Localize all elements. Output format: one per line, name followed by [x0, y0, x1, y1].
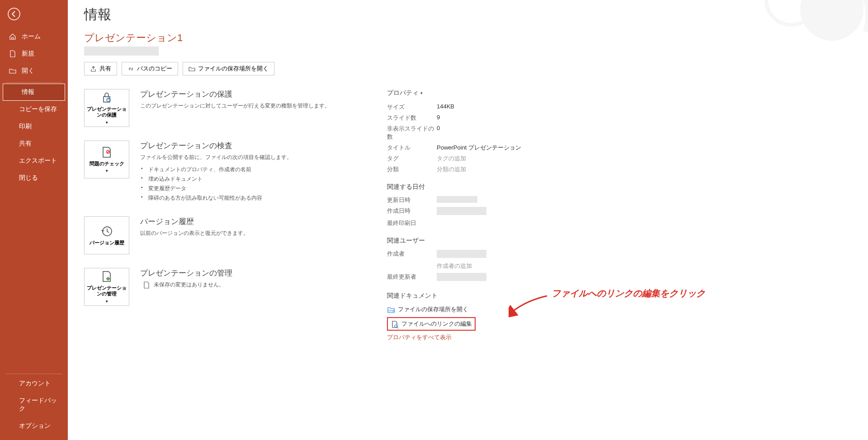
chevron-down-icon: ▾	[106, 120, 108, 125]
nav-export[interactable]: エクスポート	[0, 152, 68, 169]
check-for-issues-button[interactable]: 問題のチェック ▾	[84, 140, 129, 178]
link-label: ファイルへのリンクの編集	[401, 320, 472, 328]
prop-row-created: 作成日時	[387, 206, 541, 218]
back-button[interactable]	[5, 5, 23, 23]
file-path-redacted	[84, 47, 159, 56]
nav-open[interactable]: 開く	[0, 62, 68, 80]
inspect-items: ドキュメントのプロパティ、作成者の名前 埋め込みドキュメント 変更履歴データ 障…	[140, 165, 292, 203]
nav-print[interactable]: 印刷	[0, 118, 68, 135]
related-docs-header: 関連ドキュメント	[387, 292, 541, 300]
copy-path-button[interactable]: パスのコピー	[122, 62, 178, 75]
link-icon	[127, 66, 134, 72]
redacted-value	[437, 196, 477, 203]
properties-dropdown[interactable]: プロパティ ▾	[387, 89, 541, 97]
manage-section: プレゼンテーションの管理 ▾ プレゼンテーションの管理 未保存の変更はありません…	[84, 268, 346, 306]
divider	[5, 82, 62, 83]
redacted-value	[437, 250, 486, 258]
svg-text:HTML: HTML	[389, 309, 395, 312]
prop-label: 非表示スライドの数	[387, 125, 437, 141]
protect-section: プレゼンテーションの保護 ▾ プレゼンテーションの保護 このプレゼンテーションに…	[84, 89, 346, 127]
nav-save-copy[interactable]: コピーを保存	[0, 101, 68, 118]
nav-label: 印刷	[19, 122, 32, 131]
folder-open-icon	[9, 67, 16, 75]
nav-info[interactable]: 情報	[3, 84, 65, 101]
list-item: 埋め込みドキュメント	[140, 174, 292, 184]
nav-label: オプション	[19, 422, 51, 430]
list-item: 変更履歴データ	[140, 184, 292, 193]
open-file-location-link[interactable]: HTML ファイルの保存場所を開く	[387, 304, 541, 315]
link-label: ファイルの保存場所を開く	[398, 305, 468, 314]
folder-icon	[189, 66, 195, 72]
properties-pane: プロパティ ▾ サイズ144KB スライド数9 非表示スライドの数0 タイトルP…	[387, 89, 541, 342]
prop-row-tags[interactable]: タグタグの追加	[387, 153, 541, 164]
nav-label: 共有	[19, 140, 32, 148]
inspect-section: 問題のチェック ▾ プレゼンテーションの検査 ファイルを公開する前に、ファイルの…	[84, 140, 346, 203]
button-label: ファイルの保存場所を開く	[198, 65, 269, 73]
nav-label: 開く	[22, 67, 34, 75]
redacted-value	[437, 273, 486, 281]
button-label: 共有	[99, 65, 111, 73]
nav-label: アカウント	[19, 379, 51, 388]
nav-home[interactable]: ホーム	[0, 28, 68, 45]
button-label: 問題のチェック	[90, 161, 124, 167]
lock-icon	[100, 91, 113, 104]
related-users-header: 関連ユーザー	[387, 237, 541, 245]
section-title: プレゼンテーションの保護	[140, 89, 330, 99]
open-location-button[interactable]: ファイルの保存場所を開く	[183, 62, 274, 75]
section-desc: ファイルを公開する前に、ファイルの次の項目を確認します。	[140, 154, 292, 161]
prop-label: スライド数	[387, 114, 437, 122]
prop-row-category[interactable]: 分類分類の追加	[387, 164, 541, 175]
nav-label: フィードバック	[19, 397, 60, 413]
nav-options[interactable]: オプション	[0, 417, 68, 435]
main-content: 情報 プレゼンテーション1 共有 パスのコピー ファイルの保存場所を開く プレゼ…	[68, 0, 868, 440]
prop-row-modified: 更新日時	[387, 195, 541, 206]
new-doc-icon	[9, 50, 16, 57]
protect-presentation-button[interactable]: プレゼンテーションの保護 ▾	[84, 89, 129, 127]
section-title: バージョン履歴	[140, 216, 249, 227]
nav-account[interactable]: アカウント	[0, 375, 68, 392]
action-row: 共有 パスのコピー ファイルの保存場所を開く	[84, 62, 852, 75]
button-label: プレゼンテーションの保護	[86, 106, 127, 119]
nav-feedback[interactable]: フィードバック	[0, 392, 68, 417]
chevron-down-icon: ▾	[420, 91, 423, 95]
show-all-properties-link[interactable]: プロパティをすべて表示	[387, 333, 541, 342]
nav-new[interactable]: 新規	[0, 45, 68, 62]
edit-links-highlighted[interactable]: ファイルへのリンクの編集	[387, 317, 476, 331]
prop-label: タイトル	[387, 144, 437, 152]
prop-value: 9	[437, 114, 440, 122]
prop-label: タグ	[387, 154, 437, 163]
prop-label: 最終印刷日	[387, 219, 437, 227]
inspect-body: プレゼンテーションの検査 ファイルを公開する前に、ファイルの次の項目を確認します…	[140, 140, 292, 203]
nav-label: 閉じる	[19, 174, 38, 182]
version-history-button[interactable]: バージョン履歴	[84, 216, 129, 254]
prop-label: サイズ	[387, 103, 437, 111]
history-icon	[100, 225, 113, 238]
annotation-text: ファイルへのリンクの編集をクリック	[552, 287, 705, 300]
section-title: プレゼンテーションの検査	[140, 140, 292, 151]
button-label: パスのコピー	[137, 65, 172, 73]
prop-row-title[interactable]: タイトルPowerPoint プレゼンテーション	[387, 142, 541, 153]
file-title: プレゼンテーション1	[84, 31, 852, 45]
nav-share[interactable]: 共有	[0, 135, 68, 152]
prop-row-printed: 最終印刷日	[387, 218, 541, 229]
section-title: プレゼンテーションの管理	[140, 268, 232, 278]
manage-presentation-button[interactable]: プレゼンテーションの管理 ▾	[84, 268, 129, 306]
prop-row-slides: スライド数9	[387, 112, 541, 123]
manage-body: プレゼンテーションの管理 未保存の変更はありません。	[140, 268, 232, 289]
section-desc: 未保存の変更はありません。	[154, 281, 224, 289]
nav-close[interactable]: 閉じる	[0, 169, 68, 187]
prop-row-add-author[interactable]: 作成者の追加	[387, 261, 541, 271]
related-dates-header: 関連する日付	[387, 183, 541, 191]
prop-label: 作成者	[387, 250, 437, 259]
folder-html-icon: HTML	[387, 306, 394, 313]
document-icon	[143, 281, 150, 289]
info-cards-column: プレゼンテーションの保護 ▾ プレゼンテーションの保護 このプレゼンテーションに…	[84, 89, 346, 342]
prop-value-placeholder: タグの追加	[437, 154, 466, 163]
redacted-value	[437, 207, 486, 215]
list-item: 障碍のある方が読み取れない可能性がある内容	[140, 193, 292, 203]
edit-link-icon	[391, 320, 398, 328]
share-button[interactable]: 共有	[84, 62, 117, 75]
chevron-down-icon: ▾	[106, 169, 108, 173]
share-icon	[90, 66, 97, 72]
prop-row-lastmod: 最終更新者	[387, 271, 541, 284]
